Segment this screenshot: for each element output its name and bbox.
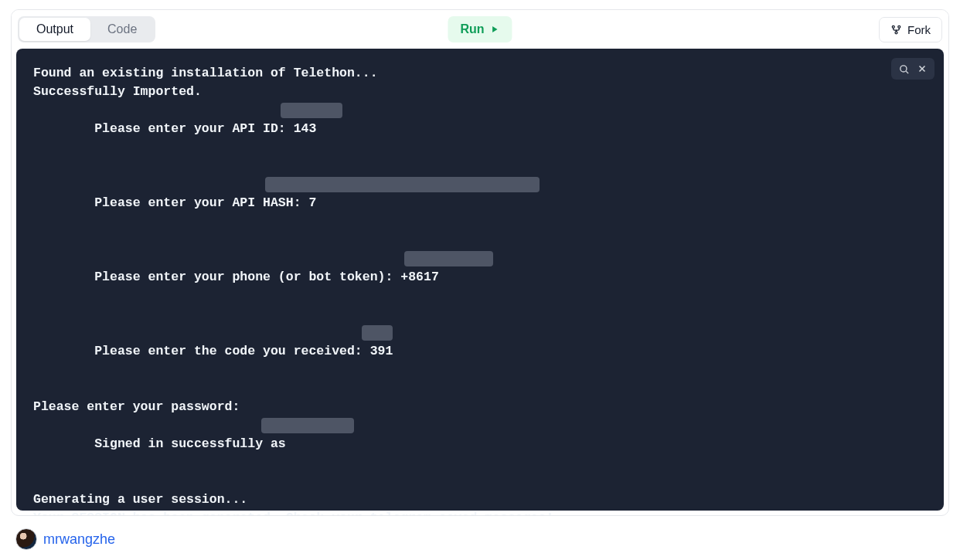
run-label: Run [460,22,484,36]
redacted-text [281,103,342,118]
fork-icon [890,24,902,36]
terminal-line: Please enter your phone (or bot token): … [33,249,927,324]
redacted-text [265,177,540,192]
redacted-text [261,418,354,433]
terminal-line: Please enter the code you received: 391 [33,324,927,398]
repl-panel: Output Code Run Fork [11,9,949,516]
run-button[interactable]: Run [448,16,512,42]
tab-output[interactable]: Output [19,18,90,41]
fork-button[interactable]: Fork [879,17,942,42]
play-icon [489,24,500,35]
toolbar: Output Code Run Fork [12,10,948,49]
terminal-line: Please enter your API ID: 143 [33,101,927,175]
terminal-line: Please enter your password: [33,398,927,416]
redacted-text [362,325,393,341]
tabs: Output Code [18,16,155,42]
tab-code[interactable]: Code [90,18,154,41]
avatar[interactable] [15,528,37,550]
footer: mrwangzhe [11,528,949,550]
redacted-text [404,251,493,266]
terminal-line: Signed in successfully as [33,416,927,490]
username-link[interactable]: mrwangzhe [43,531,115,548]
terminal-output[interactable]: Found an existing installation of Teleth… [16,49,944,511]
terminal-line: Found an existing installation of Teleth… [33,64,927,83]
terminal-line: Your SESSION has been generated. Check y… [33,509,927,516]
fork-label: Fork [907,23,931,36]
terminal-line: Please enter your API HASH: 7 [33,175,927,249]
terminal-line: Generating a user session... [33,490,927,509]
terminal-line: Successfully Imported. [33,83,927,101]
